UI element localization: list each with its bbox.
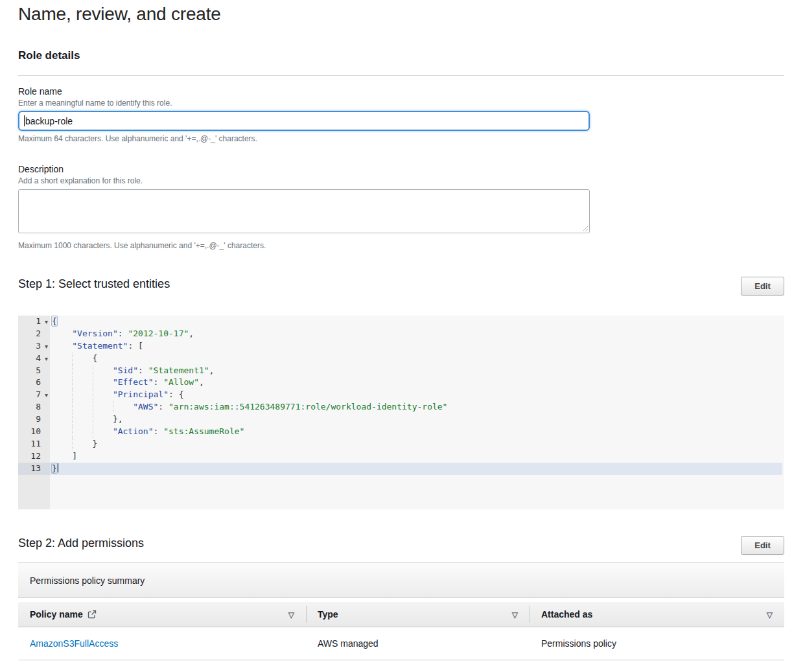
code-line: "AWS": "arn:aws:iam::541263489771:role/w…	[52, 401, 784, 413]
line-number: 5	[18, 365, 50, 377]
code-line: }	[52, 438, 784, 450]
description-hint: Add a short explanation for this role.	[18, 176, 143, 185]
code-line: "Action": "sts:AssumeRole"	[52, 426, 784, 438]
iam-create-role-review-page: Name, review, and create Role details Ro…	[0, 0, 805, 672]
description-constraint: Maximum 1000 characters. Use alphanumeri…	[18, 241, 266, 250]
filter-icon[interactable]	[767, 610, 773, 619]
filter-icon[interactable]	[288, 610, 294, 619]
code-line: {	[52, 353, 784, 365]
filter-icon[interactable]	[512, 610, 518, 619]
code-line: "Version": "2012-10-17",	[52, 328, 784, 340]
step2-heading: Step 2: Add permissions	[18, 537, 144, 550]
edit-trusted-entities-button[interactable]: Edit	[741, 277, 784, 295]
resize-handle-icon[interactable]	[582, 226, 589, 232]
edit-permissions-button[interactable]: Edit	[741, 536, 784, 555]
code-line: "Effect": "Allow",	[52, 377, 784, 389]
permissions-summary-title: Permissions policy summary	[30, 575, 145, 586]
line-number: 9	[18, 413, 50, 426]
line-number: 12	[18, 450, 50, 463]
line-number: 7	[18, 389, 50, 401]
line-number: 6	[18, 377, 50, 389]
attached-as-cell: Permissions policy	[530, 627, 784, 660]
line-number: 10	[18, 426, 50, 438]
table-row: AmazonS3FullAccess AWS managed Permissio…	[18, 627, 784, 660]
text-caret	[24, 115, 25, 126]
policy-type-cell: AWS managed	[306, 627, 530, 660]
permissions-summary-header: Permissions policy summary	[18, 562, 784, 598]
permissions-table-header: Policy name Type Attached as	[18, 602, 784, 627]
code-line: ]	[52, 450, 784, 463]
code-line: {	[52, 316, 784, 328]
role-details-heading: Role details	[18, 49, 80, 62]
text-cursor	[58, 463, 58, 472]
description-textarea[interactable]	[18, 189, 590, 233]
fold-caret-icon[interactable]	[45, 389, 48, 402]
code-line: }	[50, 463, 782, 475]
line-number: 8	[18, 401, 50, 413]
column-header-policy-name[interactable]: Policy name	[18, 602, 306, 627]
trust-policy-editor[interactable]: 12345678910111213 {"Version": "2012-10-1…	[18, 316, 784, 509]
description-label: Description	[18, 164, 64, 174]
line-number: 1	[18, 316, 50, 328]
line-number: 11	[18, 438, 50, 450]
fold-caret-icon[interactable]	[45, 316, 48, 329]
fold-caret-icon[interactable]	[45, 353, 48, 365]
line-number: 4	[18, 353, 50, 365]
policy-name-link[interactable]: AmazonS3FullAccess	[30, 638, 118, 649]
line-number: 3	[18, 340, 50, 353]
code-line: "Statement": [	[52, 340, 784, 353]
step1-heading: Step 1: Select trusted entities	[18, 277, 170, 291]
divider	[18, 75, 784, 76]
column-header-attached-as[interactable]: Attached as	[530, 602, 784, 627]
line-number: 13	[18, 463, 50, 475]
column-header-type[interactable]: Type	[306, 602, 530, 627]
policy-name-cell: AmazonS3FullAccess	[18, 627, 306, 660]
role-name-hint: Enter a meaningful name to identify this…	[18, 98, 172, 108]
editor-gutter: 12345678910111213	[18, 316, 50, 509]
role-name-input-wrap	[18, 111, 590, 131]
role-name-input[interactable]	[18, 111, 590, 131]
fold-caret-icon[interactable]	[45, 340, 48, 353]
external-link-icon	[88, 610, 97, 619]
code-line: },	[52, 413, 784, 426]
editor-lines[interactable]: {"Version": "2012-10-17","Statement": [{…	[50, 316, 784, 509]
role-name-constraint: Maximum 64 characters. Use alphanumeric …	[18, 134, 257, 143]
role-name-label: Role name	[18, 86, 62, 97]
code-line: "Principal": {	[52, 389, 784, 401]
code-line: "Sid": "Statement1",	[52, 365, 784, 377]
page-title: Name, review, and create	[18, 4, 221, 25]
line-number: 2	[18, 328, 50, 340]
